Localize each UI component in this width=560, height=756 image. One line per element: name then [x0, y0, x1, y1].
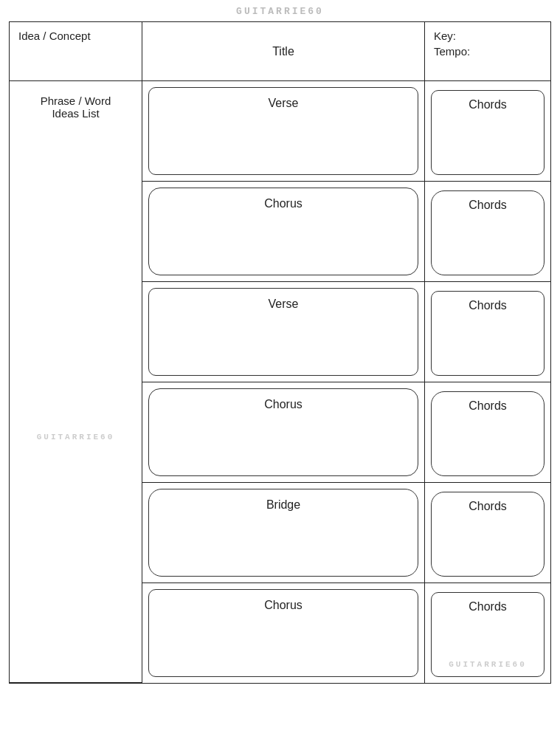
- cell-chorus3-section: Chorus: [142, 583, 425, 683]
- cell-verse2-chords: Chords: [425, 282, 550, 382]
- cell-title: Title: [142, 22, 425, 81]
- bridge-chords-label: Chords: [469, 500, 507, 513]
- bridge-box: Bridge: [148, 489, 418, 577]
- verse1-chords-box: Chords: [431, 90, 545, 175]
- phrase-word-label: Phrase / WordIdeas List: [41, 89, 111, 120]
- chorus3-label: Chorus: [264, 599, 303, 612]
- main-grid: Idea / Concept Title Key: Tempo: Phrase …: [9, 21, 551, 684]
- chorus3-chords-label: Chords: [469, 600, 507, 614]
- bridge-label: Bridge: [266, 498, 300, 512]
- cell-chorus2-chords: Chords: [425, 382, 550, 483]
- cell-bridge-chords: Chords: [425, 483, 550, 583]
- verse1-chords-label: Chords: [469, 98, 507, 111]
- chorus3-chords-box: Chords GUITARRIE60: [431, 592, 545, 677]
- idea-concept-label: Idea / Concept: [18, 30, 91, 42]
- cell-key-tempo: Key: Tempo:: [425, 22, 550, 81]
- cell-verse1-chords: Chords: [425, 81, 550, 182]
- chorus2-label: Chorus: [264, 398, 303, 411]
- tempo-label: Tempo:: [434, 45, 470, 58]
- chorus1-chords-label: Chords: [469, 199, 507, 212]
- cell-bridge-section: Bridge: [142, 483, 425, 583]
- chorus1-label: Chorus: [264, 197, 303, 210]
- chorus2-chords-label: Chords: [469, 399, 507, 413]
- verse2-chords-label: Chords: [469, 299, 507, 312]
- cell-verse1-section: Verse: [142, 81, 425, 182]
- chorus1-box: Chorus: [148, 188, 418, 275]
- watermark-bottom: GUITARRIE60: [449, 660, 527, 669]
- cell-chorus1-chords: Chords: [425, 182, 550, 282]
- verse2-chords-box: Chords: [431, 291, 545, 376]
- cell-chorus1-section: Chorus: [142, 182, 425, 282]
- cell-chorus3-chords: Chords GUITARRIE60: [425, 583, 550, 683]
- bridge-chords-box: Chords: [431, 492, 545, 577]
- chorus2-box: Chorus: [148, 388, 418, 476]
- verse2-box: Verse: [148, 288, 418, 376]
- watermark-mid: GUITARRIE60: [37, 433, 115, 441]
- chorus3-box: Chorus: [148, 589, 418, 677]
- cell-phrase-word: Phrase / WordIdeas List GUITARRIE60: [10, 81, 142, 683]
- title-label: Title: [272, 45, 294, 58]
- cell-idea-concept: Idea / Concept: [10, 22, 142, 81]
- cell-chorus2-section: Chorus: [142, 382, 425, 483]
- key-label: Key:: [434, 30, 456, 42]
- page-container: GUITARRIE60 Idea / Concept Title Key: Te…: [0, 0, 560, 756]
- cell-verse2-section: Verse: [142, 282, 425, 382]
- chorus2-chords-box: Chords: [431, 391, 545, 476]
- verse2-label: Verse: [269, 298, 299, 311]
- verse1-box: Verse: [148, 87, 418, 175]
- watermark-top: GUITARRIE60: [9, 6, 551, 17]
- verse1-label: Verse: [269, 97, 299, 110]
- chorus1-chords-box: Chords: [431, 190, 545, 275]
